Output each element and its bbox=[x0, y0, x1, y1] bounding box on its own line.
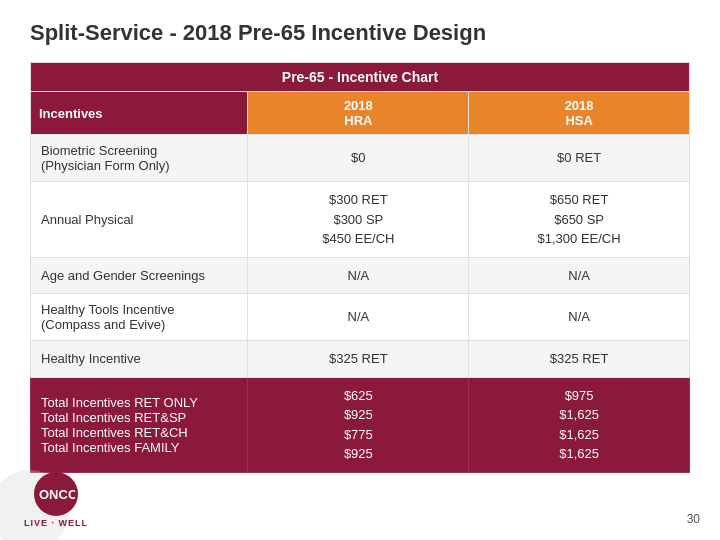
table-row: Biometric Screening(Physician Form Only)… bbox=[31, 135, 690, 182]
cell-hra: N/A bbox=[248, 257, 469, 294]
table-row: Age and Gender ScreeningsN/AN/A bbox=[31, 257, 690, 294]
cell-hra: N/A bbox=[248, 294, 469, 341]
logo-area: ONCOR LIVE · WELL bbox=[24, 472, 88, 528]
table-row: Total Incentives RET ONLYTotal Incentive… bbox=[31, 377, 690, 472]
cell-hra: $0 bbox=[248, 135, 469, 182]
cell-hra: $300 RET$300 SP$450 EE/CH bbox=[248, 182, 469, 258]
logo-tagline: LIVE · WELL bbox=[24, 518, 88, 528]
table-row: Annual Physical$300 RET$300 SP$450 EE/CH… bbox=[31, 182, 690, 258]
col-header-hsa: 2018HSA bbox=[469, 92, 690, 135]
cell-incentive: Biometric Screening(Physician Form Only) bbox=[31, 135, 248, 182]
col-header-incentives: Incentives bbox=[31, 92, 248, 135]
cell-hsa: $325 RET bbox=[469, 341, 690, 378]
oncor-logo-svg: ONCOR bbox=[37, 484, 75, 504]
incentive-table: Pre-65 - Incentive Chart Incentives 2018… bbox=[30, 62, 690, 473]
cell-hra: $625$925$775$925 bbox=[248, 377, 469, 472]
cell-hsa: $0 RET bbox=[469, 135, 690, 182]
cell-hra: $325 RET bbox=[248, 341, 469, 378]
cell-hsa: N/A bbox=[469, 257, 690, 294]
table-row: Healthy Incentive$325 RET$325 RET bbox=[31, 341, 690, 378]
cell-incentive: Healthy Incentive bbox=[31, 341, 248, 378]
cell-incentive: Age and Gender Screenings bbox=[31, 257, 248, 294]
cell-hsa: N/A bbox=[469, 294, 690, 341]
svg-text:ONCOR: ONCOR bbox=[39, 487, 75, 502]
cell-hsa: $650 RET$650 SP$1,300 EE/CH bbox=[469, 182, 690, 258]
table-row: Healthy Tools Incentive(Compass and Eviv… bbox=[31, 294, 690, 341]
cell-hsa: $975$1,625$1,625$1,625 bbox=[469, 377, 690, 472]
page-number: 30 bbox=[687, 512, 700, 526]
page-title: Split-Service - 2018 Pre-65 Incentive De… bbox=[30, 20, 690, 46]
cell-incentive: Annual Physical bbox=[31, 182, 248, 258]
logo-circle: ONCOR bbox=[34, 472, 78, 516]
cell-incentive: Total Incentives RET ONLYTotal Incentive… bbox=[31, 377, 248, 472]
table-main-header: Pre-65 - Incentive Chart bbox=[31, 63, 690, 92]
page: Split-Service - 2018 Pre-65 Incentive De… bbox=[0, 0, 720, 540]
col-header-hra: 2018HRA bbox=[248, 92, 469, 135]
cell-incentive: Healthy Tools Incentive(Compass and Eviv… bbox=[31, 294, 248, 341]
